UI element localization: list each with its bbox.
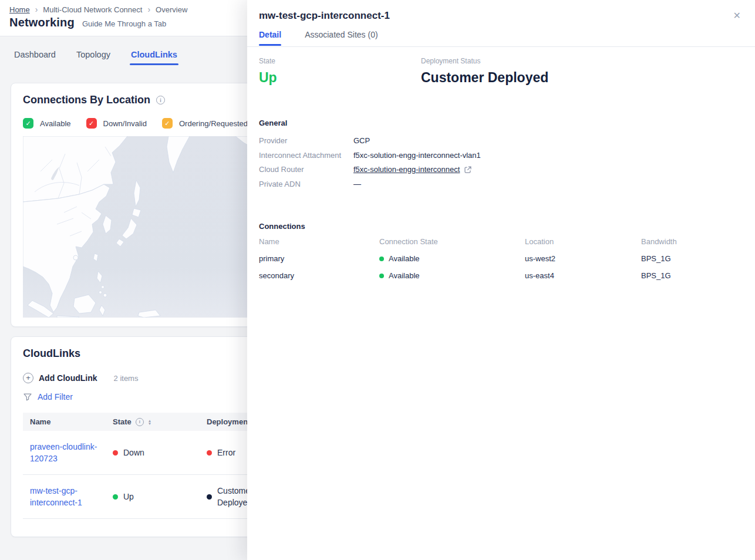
checkbox-ordering[interactable]: ✓ — [162, 118, 173, 129]
state-value: Up — [123, 491, 134, 502]
connection-state: Available — [389, 254, 420, 263]
state-up-dot-icon — [113, 494, 118, 500]
divider — [247, 46, 755, 47]
connections-section-title: Connections — [259, 222, 741, 231]
tab-detail[interactable]: Detail — [259, 30, 281, 46]
external-link-icon — [464, 166, 472, 174]
add-cloudlink-button[interactable]: + Add CloudLink — [23, 373, 97, 383]
column-header-connection-state: Connection State — [379, 237, 525, 246]
field-value: f5xc-solution-engg-interconnect-vlan1 — [353, 151, 741, 161]
tab-topology[interactable]: Topology — [76, 50, 110, 65]
chevron-right-icon: › — [35, 6, 38, 14]
available-dot-icon — [379, 257, 384, 261]
deployment-error-dot-icon — [207, 450, 212, 456]
networking-page: Home › Multi-Cloud Network Connect › Ove… — [0, 0, 755, 560]
column-header-bandwidth: Bandwidth — [641, 237, 741, 246]
legend-item-available: ✓ Available — [23, 118, 71, 129]
field-label: Cloud Router — [259, 165, 353, 175]
available-dot-icon — [379, 274, 384, 278]
connection-row: primary Available us-west2 BPS_1G — [259, 254, 741, 263]
filter-funnel-icon — [23, 392, 32, 402]
drawer-title: mw-test-gcp-interconnect-1 — [259, 10, 390, 22]
state-value: Down — [123, 447, 144, 458]
field-value: — — [353, 180, 741, 190]
field-label: Interconnect Attachment — [259, 151, 353, 161]
plus-circle-icon: + — [23, 373, 33, 383]
column-header-state[interactable]: State i ▲▼ — [106, 417, 200, 426]
cloudlinks-card-title-text: CloudLinks — [23, 348, 80, 360]
legend-item-down-invalid: ✓ Down/Invalid — [86, 118, 147, 129]
tab-dashboard[interactable]: Dashboard — [14, 50, 56, 65]
info-icon[interactable]: i — [156, 96, 165, 104]
checkbox-down-invalid[interactable]: ✓ — [86, 118, 97, 129]
status-summary: State Up Deployment Status Customer Depl… — [259, 57, 741, 86]
close-icon[interactable]: ✕ — [733, 11, 741, 21]
state-label: State — [259, 57, 421, 65]
column-header-location: Location — [525, 237, 641, 246]
guide-me-text: Guide Me Through a Tab — [82, 19, 166, 28]
cloudlink-name-link[interactable]: praveen-cloudlink-120723 — [30, 441, 106, 464]
items-count: 2 items — [114, 374, 139, 383]
deployment-value: Error — [217, 447, 235, 458]
deployment-status-label: Deployment Status — [421, 57, 741, 65]
connection-state: Available — [389, 271, 420, 280]
connection-name: primary — [259, 254, 379, 263]
deployment-deployed-dot-icon — [207, 494, 212, 500]
cloud-router-link[interactable]: f5xc-solution-engg-interconnect — [353, 165, 460, 175]
connection-location: us-east4 — [525, 271, 641, 280]
column-header-name: Name — [259, 237, 379, 246]
legend-label: Down/Invalid — [103, 119, 147, 128]
drawer-tabs: Detail Associated Sites (0) — [259, 30, 755, 46]
info-icon[interactable]: i — [136, 418, 144, 426]
breadcrumb-current: Overview — [156, 5, 187, 14]
connection-bandwidth: BPS_1G — [641, 254, 741, 263]
state-value: Up — [259, 69, 421, 86]
add-filter-label: Add Filter — [38, 392, 73, 402]
page-title: Networking — [9, 16, 75, 29]
connections-header-row: Name Connection State Location Bandwidth — [259, 237, 741, 246]
sort-icon[interactable]: ▲▼ — [148, 419, 151, 425]
tab-cloudlinks[interactable]: CloudLinks — [131, 50, 177, 65]
breadcrumb-section[interactable]: Multi-Cloud Network Connect — [43, 5, 142, 14]
connection-row: secondary Available us-east4 BPS_1G — [259, 271, 741, 280]
tab-associated-sites[interactable]: Associated Sites (0) — [305, 30, 378, 46]
deployment-status-value: Customer Deployed — [421, 69, 741, 86]
chevron-right-icon: › — [147, 6, 150, 14]
column-header-name: Name — [23, 417, 106, 426]
breadcrumb: Home › Multi-Cloud Network Connect › Ove… — [9, 5, 187, 14]
cloudlink-detail-drawer: mw-test-gcp-interconnect-1 ✕ Detail Asso… — [247, 0, 755, 560]
checkbox-available[interactable]: ✓ — [23, 118, 33, 129]
connection-bandwidth: BPS_1G — [641, 271, 741, 280]
state-down-dot-icon — [113, 450, 118, 456]
connections-card-title-text: Connections By Location — [23, 94, 150, 106]
general-section-title: General — [259, 119, 741, 128]
add-cloudlink-label: Add CloudLink — [39, 373, 97, 383]
legend-label: Available — [40, 119, 71, 128]
breadcrumb-home-link[interactable]: Home — [9, 5, 30, 14]
field-label: Provider — [259, 136, 353, 146]
field-label: Private ADN — [259, 180, 353, 190]
field-value: GCP — [353, 136, 741, 146]
connection-location: us-west2 — [525, 254, 641, 263]
cloudlink-name-link[interactable]: mw-test-gcp-interconnect-1 — [30, 485, 106, 508]
general-fields: Provider GCP Interconnect Attachment f5x… — [259, 136, 741, 189]
connection-name: secondary — [259, 271, 379, 280]
field-value: f5xc-solution-engg-interconnect — [353, 165, 741, 175]
main-tabs: Dashboard Topology CloudLinks — [14, 50, 177, 65]
